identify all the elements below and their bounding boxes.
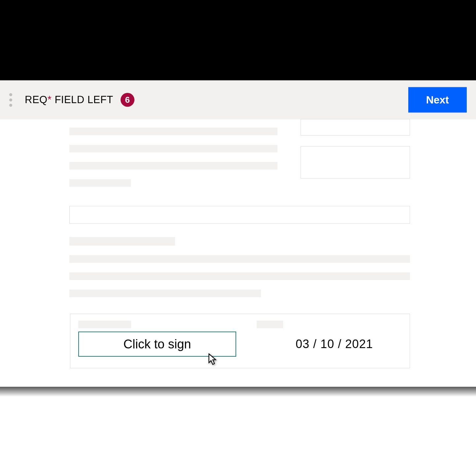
placeholder-text: [69, 145, 277, 152]
required-fields-label: REQ* FIELD LEFT: [25, 94, 113, 106]
placeholder-text: [69, 255, 410, 263]
placeholder-text: [69, 128, 277, 135]
placeholder-text: [69, 237, 175, 246]
placeholder-text: [69, 179, 131, 187]
input-field[interactable]: [301, 146, 410, 178]
placeholder-text: [69, 290, 261, 297]
more-menu-icon[interactable]: [9, 93, 12, 107]
bottom-shadow: [0, 387, 476, 397]
signature-label-placeholder: [78, 321, 131, 328]
asterisk-icon: *: [48, 94, 52, 105]
top-black-bar: [0, 0, 476, 80]
input-field[interactable]: [301, 119, 410, 136]
input-field[interactable]: [69, 206, 410, 224]
placeholder-text: [69, 272, 410, 280]
date-label-placeholder: [257, 321, 283, 328]
click-to-sign-button[interactable]: Click to sign: [78, 332, 236, 357]
signature-date: 03 / 10 / 2021: [296, 337, 373, 351]
next-button[interactable]: Next: [408, 87, 467, 113]
placeholder-text: [69, 162, 277, 170]
header-bar: REQ* FIELD LEFT 6 Next: [0, 80, 476, 119]
document-area: Click to sign 03 / 10 / 2021: [0, 119, 476, 397]
required-count-badge: 6: [121, 93, 134, 107]
cursor-icon: [208, 353, 217, 365]
signature-container: Click to sign 03 / 10 / 2021: [70, 314, 410, 368]
